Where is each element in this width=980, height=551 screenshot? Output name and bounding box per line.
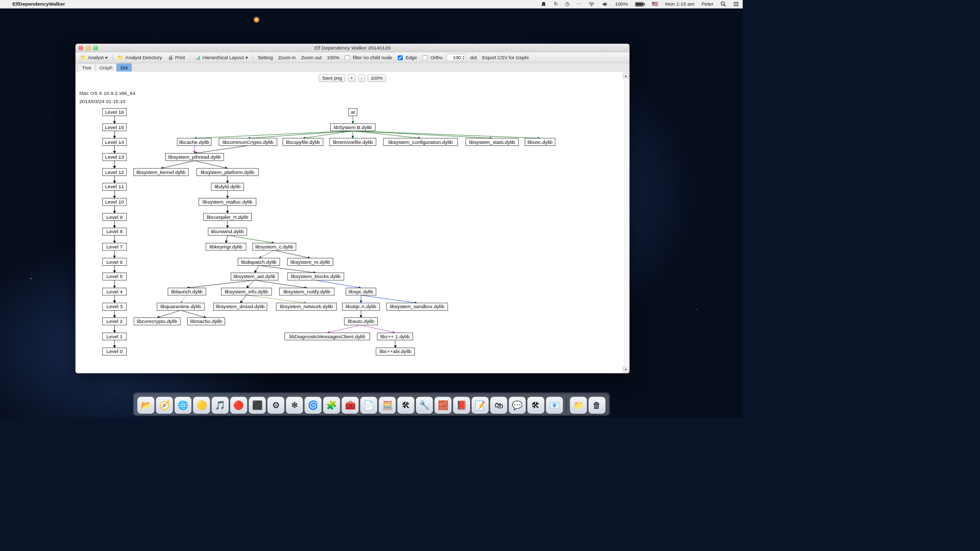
graph-node-unwind[interactable]: libunwind.dylib bbox=[208, 228, 247, 235]
graph-node-compiler[interactable]: libcompiler_rt.dylib bbox=[204, 213, 252, 220]
dot-button[interactable]: dot bbox=[469, 54, 478, 61]
graph-node-macho[interactable]: libmacho.dylib bbox=[188, 318, 225, 325]
graph-node-blocks[interactable]: libsystem_blocks.dylib bbox=[287, 273, 344, 280]
zoom-spinner-input[interactable] bbox=[449, 55, 461, 60]
zoom-spinner[interactable]: ▲▼ bbox=[447, 54, 467, 61]
graph-node-cxx[interactable]: libc++.1.dylib bbox=[377, 333, 413, 340]
notification-icon[interactable] bbox=[541, 2, 547, 7]
level-box[interactable]: Level 15 bbox=[103, 123, 127, 131]
notification-center-icon[interactable] bbox=[733, 2, 739, 7]
scroll-track[interactable] bbox=[624, 79, 628, 366]
vertical-scrollbar[interactable]: ▲ ▼ bbox=[623, 73, 628, 372]
spinner-arrows-icon[interactable]: ▲▼ bbox=[462, 55, 465, 60]
level-box[interactable]: Level 2 bbox=[103, 318, 127, 325]
dock-item-itunes[interactable]: 🎵 bbox=[212, 397, 229, 414]
graph-node-malloc[interactable]: libsystem_malloc.dylib bbox=[199, 198, 256, 205]
dock-item-app3[interactable]: 🌀 bbox=[305, 397, 322, 414]
clock-sync-icon[interactable]: ◷ bbox=[565, 1, 569, 7]
graph-node-keymgr[interactable]: libkeymgr.dylib bbox=[206, 243, 246, 250]
dock-item-app6[interactable]: 📄 bbox=[360, 397, 377, 414]
sync-icon[interactable]: ↻ bbox=[554, 1, 558, 7]
ortho-checkbox[interactable]: Ortho bbox=[421, 54, 444, 61]
dock-item-filezilla[interactable]: 🔴 bbox=[230, 397, 247, 414]
graph-node-quarantine[interactable]: libquarantine.dylib bbox=[157, 303, 204, 310]
dock-item-app5[interactable]: 🧰 bbox=[341, 397, 358, 414]
graph-node-ccrypto[interactable]: libcommonCrypto.dylib bbox=[219, 138, 277, 145]
graph-node-copy[interactable]: libcopyfile.dylib bbox=[283, 138, 323, 145]
dock-item-calc[interactable]: 🧮 bbox=[379, 397, 396, 414]
level-box[interactable]: Level 4 bbox=[103, 288, 127, 295]
level-box[interactable]: Level 0 bbox=[103, 348, 127, 355]
graph-node-unc[interactable]: libunc.dylib bbox=[525, 138, 555, 145]
graph-node-pthread[interactable]: libsystem_pthread.dylib bbox=[165, 154, 224, 161]
zoom-out-button[interactable]: Zoom out bbox=[300, 54, 323, 61]
graph-node-diag[interactable]: libDiagnosticMessagesClient.dylib bbox=[285, 333, 370, 340]
dock-item-xcode[interactable]: 🛠 bbox=[527, 397, 544, 414]
level-box[interactable]: Level 6 bbox=[103, 258, 127, 265]
graph-node-corecrypto[interactable]: libcorecrypto.dylib bbox=[134, 318, 180, 325]
graph-node-network[interactable]: libsystem_network.dylib bbox=[276, 303, 336, 310]
filter-no-child-input[interactable] bbox=[345, 55, 350, 60]
window-titlebar[interactable]: Elf Dependency Walker 20140129 bbox=[76, 44, 629, 53]
level-box[interactable]: Level 7 bbox=[103, 243, 127, 250]
level-box[interactable]: Level 5 bbox=[103, 273, 127, 280]
battery-full-icon[interactable] bbox=[635, 2, 645, 6]
edge-checkbox[interactable]: Edge bbox=[396, 54, 419, 61]
graph-node-at[interactable]: at bbox=[349, 109, 357, 116]
zoom-in-button[interactable]: Zoom in bbox=[277, 54, 297, 61]
graph-node-sysconf[interactable]: libsystem_configuration.dylib bbox=[383, 138, 458, 145]
dock-item-terminal[interactable]: ⬛ bbox=[249, 397, 265, 414]
wifi-icon[interactable] bbox=[588, 2, 595, 7]
graph-node-dnssd[interactable]: libsystem_dnssd.dylib bbox=[213, 303, 267, 310]
dock-item-books[interactable]: 📕 bbox=[453, 397, 470, 414]
window-close-button[interactable] bbox=[79, 45, 83, 50]
level-box[interactable]: Level 8 bbox=[103, 228, 127, 235]
battery-percentage[interactable]: 100% bbox=[615, 1, 628, 7]
setting-button[interactable]: Setting bbox=[256, 54, 275, 61]
graph-node-launch[interactable]: liblaunch.dylib bbox=[168, 288, 206, 295]
graph-canvas[interactable]: Save png + - 100% Mac OS X 10.9.2 x86_64… bbox=[76, 71, 629, 373]
menubar-user[interactable]: Peter bbox=[701, 1, 714, 7]
graph-node-dispatch[interactable]: libdispatch.dylib bbox=[238, 258, 280, 265]
graph-node-sandbox[interactable]: libsystem_sandbox.dylib bbox=[386, 303, 448, 310]
graph-node-dyld[interactable]: libdyld.dylib bbox=[211, 183, 244, 190]
level-box[interactable]: Level 9 bbox=[103, 213, 127, 220]
graph-node-sysm[interactable]: libsystem_m.dylib bbox=[287, 258, 333, 265]
ortho-input[interactable] bbox=[423, 55, 428, 60]
graph-node-notify[interactable]: libsystem_notify.dylib bbox=[279, 288, 334, 295]
dock-item-safari[interactable]: 🧭 bbox=[156, 397, 173, 414]
app-menu-name[interactable]: ElfDependencyWalker bbox=[12, 1, 65, 7]
graph-node-cache[interactable]: libcache.dylib bbox=[177, 138, 211, 145]
level-box[interactable]: Level 13 bbox=[103, 154, 127, 161]
dock-item-earth[interactable]: 🌐 bbox=[175, 397, 191, 414]
export-csv-button[interactable]: Export CSV for Gephi bbox=[481, 54, 530, 61]
dock-item-tool2[interactable]: 🧱 bbox=[434, 397, 451, 414]
spotlight-icon[interactable] bbox=[720, 1, 726, 7]
dock-item-app1[interactable]: ⚙ bbox=[267, 397, 284, 414]
dock-item-mail[interactable]: 📧 bbox=[546, 397, 563, 414]
dock-item-tools[interactable]: 🛠 bbox=[397, 397, 414, 414]
graph-node-remove[interactable]: libremovefile.dylib bbox=[330, 138, 376, 145]
level-box[interactable]: Level 14 bbox=[103, 138, 127, 145]
filter-no-child-checkbox[interactable]: filter no child node bbox=[343, 54, 394, 61]
scroll-up-button[interactable]: ▲ bbox=[623, 73, 628, 79]
graph-node-kernel[interactable]: libsystem_kernel.dylib bbox=[134, 168, 189, 176]
tab-tree[interactable]: Tree bbox=[78, 63, 95, 71]
menubar-clock[interactable]: Mon 1:15 am bbox=[665, 1, 695, 7]
dock-item-util[interactable]: 🔧 bbox=[416, 397, 433, 414]
scroll-down-button[interactable]: ▼ bbox=[623, 367, 628, 372]
dock-item-chrome[interactable]: 🟡 bbox=[193, 397, 210, 414]
level-box[interactable]: Level 16 bbox=[103, 109, 127, 116]
graph-node-objc[interactable]: libobjc.A.dylib bbox=[342, 303, 380, 310]
level-box[interactable]: Level 3 bbox=[103, 303, 127, 310]
graph-node-sysc[interactable]: libsystem_c.dylib bbox=[253, 243, 296, 250]
dock-item-store[interactable]: 🛍 bbox=[490, 397, 507, 414]
dock-trash[interactable]: 🗑 bbox=[589, 397, 605, 414]
analyst-dropdown[interactable]: 📁 Analyst ▾ bbox=[79, 54, 110, 61]
graph-node-cxxabi[interactable]: libc++abi.dylib bbox=[376, 348, 415, 355]
graph-node-sysB[interactable]: libSystem.B.dylib bbox=[330, 123, 375, 131]
graph-node-platform[interactable]: libsystem_platform.dylib bbox=[197, 168, 258, 176]
graph-node-stats[interactable]: libsystem_stats.dylib bbox=[466, 138, 519, 145]
tab-graph[interactable]: Graph bbox=[95, 63, 117, 71]
window-minimize-button[interactable] bbox=[86, 45, 90, 50]
